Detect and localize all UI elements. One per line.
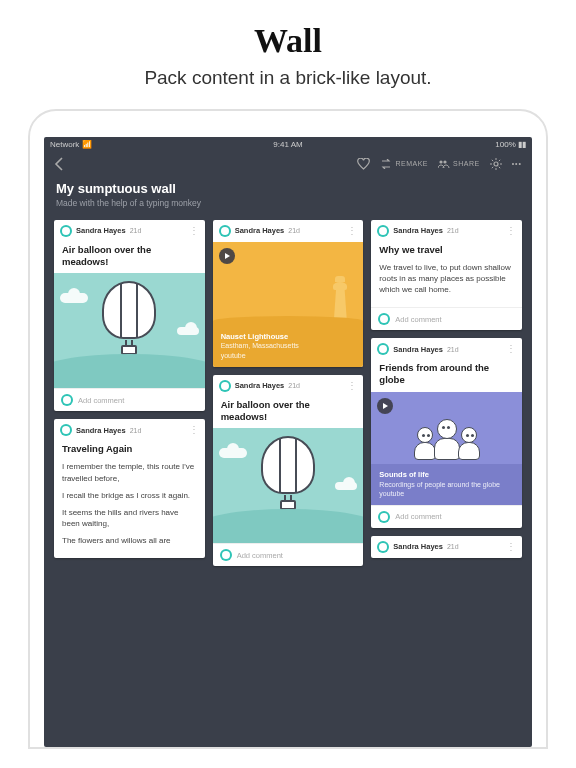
card-author: Sandra Hayes [76, 226, 126, 235]
card-menu[interactable]: ⋮ [506, 542, 516, 552]
card-age: 21d [130, 427, 142, 434]
settings-button[interactable] [490, 158, 502, 170]
wifi-icon: 📶 [82, 140, 92, 149]
card-menu[interactable]: ⋮ [506, 344, 516, 354]
status-battery: 100% ▮▮ [495, 140, 526, 149]
promo-title: Wall [20, 22, 556, 60]
like-button[interactable] [357, 158, 370, 170]
people-icon [438, 159, 450, 169]
card-balloon-2[interactable]: Sandra Hayes 21d ⋮ Air balloon over the … [213, 375, 364, 567]
card-title: Friends from around the globe [371, 360, 522, 392]
video-caption: Sounds of life Recordings of people arou… [371, 464, 522, 505]
card-author: Sandra Hayes [235, 381, 285, 390]
avatar [220, 549, 232, 561]
card-menu[interactable]: ⋮ [189, 425, 199, 435]
more-button[interactable]: ••• [512, 160, 522, 167]
avatar [61, 394, 73, 406]
card-menu[interactable]: ⋮ [347, 381, 357, 391]
avatar [60, 424, 72, 436]
app-screen: Network 📶 9:41 AM 100% ▮▮ REMAKE SHARE •… [44, 137, 532, 747]
card-title: Why we travel [371, 242, 522, 262]
card-age: 21d [130, 227, 142, 234]
avatar [377, 343, 389, 355]
card-body: I remember the temple, this route I've t… [54, 461, 205, 558]
card-age: 21d [447, 227, 459, 234]
remake-button[interactable]: REMAKE [380, 159, 428, 169]
dots-icon: ••• [512, 160, 522, 167]
card-menu[interactable]: ⋮ [189, 226, 199, 236]
balloon-illustration [54, 273, 205, 388]
repeat-icon [380, 159, 392, 169]
card-title: Traveling Again [54, 441, 205, 461]
lighthouse-illustration [213, 242, 364, 326]
card-age: 21d [288, 227, 300, 234]
card-why-travel[interactable]: Sandra Hayes 21d ⋮ Why we travel We trav… [371, 220, 522, 330]
avatar [378, 511, 390, 523]
avatar [377, 225, 389, 237]
promo-subtitle: Pack content in a brick-like layout. [20, 66, 556, 91]
add-comment[interactable]: Add comment [371, 307, 522, 330]
card-partial[interactable]: Sandra Hayes 21d ⋮ [371, 536, 522, 558]
card-author: Sandra Hayes [76, 426, 126, 435]
people-illustration [371, 392, 522, 464]
balloon-illustration [213, 428, 364, 543]
add-comment[interactable]: Add comment [54, 388, 205, 411]
card-body: We travel to live, to put down shallow r… [371, 262, 522, 308]
video-caption: Nauset Lighthouse Eastham, Massachusetts… [213, 326, 364, 367]
tablet-frame: Network 📶 9:41 AM 100% ▮▮ REMAKE SHARE •… [28, 109, 548, 749]
card-age: 21d [447, 543, 459, 550]
avatar [378, 313, 390, 325]
wall-subtitle: Made with the help of a typing monkey [56, 198, 520, 208]
wall-title: My sumptuous wall [56, 181, 520, 196]
svg-point-2 [494, 162, 498, 166]
card-age: 21d [447, 346, 459, 353]
toolbar: REMAKE SHARE ••• [44, 152, 532, 173]
back-button[interactable] [54, 157, 66, 171]
play-icon[interactable] [377, 398, 393, 414]
card-lighthouse[interactable]: Sandra Hayes 21d ⋮ Nauset Lighthouse Eas… [213, 220, 364, 367]
card-title: Air balloon over the meadows! [54, 242, 205, 274]
status-bar: Network 📶 9:41 AM 100% ▮▮ [44, 137, 532, 152]
add-comment[interactable]: Add comment [213, 543, 364, 566]
card-title: Air balloon over the meadows! [213, 397, 364, 429]
avatar [219, 225, 231, 237]
status-network: Network 📶 [50, 140, 92, 149]
gear-icon [490, 158, 502, 170]
card-menu[interactable]: ⋮ [506, 226, 516, 236]
card-friends[interactable]: Sandra Hayes 21d ⋮ Friends from around t… [371, 338, 522, 528]
avatar [60, 225, 72, 237]
card-author: Sandra Hayes [393, 345, 443, 354]
card-menu[interactable]: ⋮ [347, 226, 357, 236]
status-time: 9:41 AM [273, 140, 302, 149]
play-icon[interactable] [219, 248, 235, 264]
heart-icon [357, 158, 370, 170]
share-button[interactable]: SHARE [438, 159, 480, 169]
avatar [377, 541, 389, 553]
card-author: Sandra Hayes [393, 226, 443, 235]
avatar [219, 380, 231, 392]
svg-point-1 [443, 160, 446, 163]
card-balloon-1[interactable]: Sandra Hayes 21d ⋮ Air balloon over the … [54, 220, 205, 412]
add-comment[interactable]: Add comment [371, 505, 522, 528]
svg-point-0 [439, 160, 442, 163]
card-traveling[interactable]: Sandra Hayes 21d ⋮ Traveling Again I rem… [54, 419, 205, 558]
card-author: Sandra Hayes [235, 226, 285, 235]
card-author: Sandra Hayes [393, 542, 443, 551]
card-age: 21d [288, 382, 300, 389]
